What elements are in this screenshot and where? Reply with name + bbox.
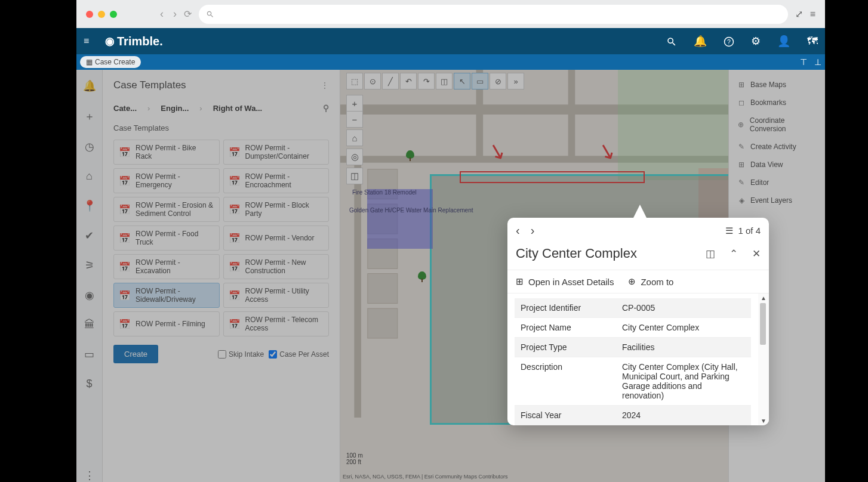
- notifications-icon[interactable]: 🔔: [694, 35, 707, 48]
- hamburger-icon[interactable]: ≡: [810, 9, 815, 20]
- right-panel-item[interactable]: ✎Create Activity: [735, 138, 819, 156]
- case-per-asset-label[interactable]: Case Per Asset: [269, 350, 329, 359]
- rail-home-icon[interactable]: ⌂: [86, 170, 93, 183]
- panel-more-icon[interactable]: ⋮: [321, 81, 329, 90]
- filter-icon[interactable]: ⚲: [323, 103, 329, 113]
- template-item[interactable]: 📅ROW Permit - Bike Rack: [113, 140, 220, 165]
- template-item[interactable]: 📅ROW Permit - Erosion & Sediment Control: [113, 197, 220, 222]
- rail-card-icon[interactable]: ▭: [84, 348, 94, 361]
- home-extent-button[interactable]: ⌂: [346, 129, 363, 146]
- right-panel-item[interactable]: ✎Editor: [735, 174, 819, 191]
- breadcrumb-right-of-way[interactable]: Right of Wa...: [213, 104, 263, 113]
- template-label: ROW Permit - Vendor: [245, 234, 315, 242]
- breadcrumb-categories[interactable]: Cate...: [113, 104, 137, 113]
- maximize-window-icon[interactable]: [110, 11, 117, 18]
- back-icon[interactable]: ‹: [160, 8, 164, 20]
- header-search-icon[interactable]: [666, 35, 677, 48]
- zoom-in-button[interactable]: +: [346, 95, 363, 112]
- rail-plus-icon[interactable]: ＋: [84, 109, 95, 123]
- template-item[interactable]: 📅ROW Permit - Block Party: [223, 197, 330, 222]
- layout-icon-1[interactable]: ⊤: [800, 57, 807, 67]
- template-item[interactable]: 📅ROW Permit - Utility Access: [223, 283, 330, 308]
- popup-field-value: CP-0005: [616, 298, 751, 317]
- zoom-out-button[interactable]: −: [346, 111, 363, 128]
- scroll-up-icon[interactable]: ▲: [761, 295, 767, 301]
- tool-rectangle-icon[interactable]: ▭: [472, 73, 488, 89]
- refresh-icon[interactable]: ⟳: [184, 8, 192, 20]
- rail-bell-icon[interactable]: 🔔: [83, 79, 96, 92]
- open-asset-details-button[interactable]: ⊞ Open in Asset Details: [516, 276, 614, 287]
- right-panel-item[interactable]: ⊕Coordinate Conversion: [735, 112, 819, 138]
- popup-scrollbar[interactable]: ▲ ▼: [758, 293, 769, 425]
- rail-globe-icon[interactable]: ◉: [85, 289, 94, 302]
- collapse-icon[interactable]: ⌃: [730, 248, 738, 260]
- tool-point-icon[interactable]: ⊙: [364, 73, 381, 89]
- skip-intake-checkbox[interactable]: [218, 350, 226, 359]
- tool-line-icon[interactable]: ╱: [382, 73, 399, 89]
- template-item[interactable]: 📅ROW Permit - Vendor: [223, 225, 330, 251]
- locate-button[interactable]: ◎: [346, 149, 363, 165]
- right-panel-item[interactable]: ⊞Data View: [735, 156, 819, 174]
- template-label: ROW Permit - Encroachment: [245, 172, 324, 189]
- layout-icon-2[interactable]: ⊥: [814, 57, 821, 67]
- minimize-window-icon[interactable]: [98, 11, 105, 18]
- template-item[interactable]: 📅ROW Permit - Emergency: [113, 168, 220, 193]
- tree-icon: [406, 150, 414, 159]
- tool-undo-icon[interactable]: ↶: [400, 73, 417, 89]
- template-item[interactable]: 📅ROW Permit - Dumpster/Container: [223, 140, 330, 165]
- template-item[interactable]: 📅ROW Permit - Sidewalk/Driveway: [113, 283, 220, 308]
- rail-tree-icon[interactable]: ⚞: [85, 259, 94, 272]
- rail-pin-icon[interactable]: 📍: [83, 199, 96, 212]
- rail-check-icon[interactable]: ✔: [85, 229, 94, 242]
- template-item[interactable]: 📅ROW Permit - New Construction: [223, 254, 330, 279]
- tool-cursor-icon[interactable]: ↖: [454, 73, 470, 89]
- panel-item-icon: ✎: [737, 178, 746, 187]
- close-window-icon[interactable]: [86, 11, 93, 18]
- help-icon[interactable]: ?: [724, 35, 734, 48]
- scroll-thumb[interactable]: [760, 303, 766, 345]
- user-icon[interactable]: 👤: [777, 35, 790, 48]
- skip-intake-label[interactable]: Skip Intake: [218, 350, 264, 359]
- popup-next-icon[interactable]: ›: [531, 224, 535, 237]
- map-icon[interactable]: 🗺: [807, 35, 818, 48]
- template-label: ROW Permit - Sidewalk/Driveway: [136, 287, 214, 304]
- right-panel-item[interactable]: ⊞Base Maps: [735, 76, 819, 94]
- scroll-down-icon[interactable]: ▼: [761, 418, 767, 424]
- app-menu-icon[interactable]: ≡: [84, 36, 98, 47]
- case-per-asset-checkbox[interactable]: [269, 350, 277, 359]
- template-item[interactable]: 📅ROW Permit - Food Truck: [113, 225, 220, 251]
- rail-building-icon[interactable]: 🏛: [84, 319, 95, 331]
- popup-header: City Center Complex ◫ ⌃ ✕: [507, 241, 769, 270]
- template-item[interactable]: 📅ROW Permit - Filming: [113, 311, 220, 336]
- measure-button[interactable]: ◫: [346, 168, 363, 184]
- create-button[interactable]: Create: [113, 345, 158, 363]
- rail-dollar-icon[interactable]: $: [86, 378, 92, 390]
- right-panel-item[interactable]: ◈Event Layers: [735, 191, 819, 209]
- list-icon[interactable]: ☰: [725, 225, 733, 236]
- rail-more-icon[interactable]: ⋮: [84, 469, 95, 482]
- close-icon[interactable]: ✕: [752, 248, 761, 260]
- forward-icon[interactable]: ›: [173, 8, 177, 20]
- feature-popup: ‹ › ☰ 1 of 4 City Center Complex ◫ ⌃ ✕ ⊞…: [507, 218, 769, 425]
- panel-item-label: Base Maps: [750, 81, 786, 89]
- case-create-pill[interactable]: ▦ Case Create: [80, 56, 141, 68]
- tool-select-icon[interactable]: ⬚: [346, 73, 363, 89]
- settings-icon[interactable]: ⚙: [751, 35, 761, 48]
- template-label: ROW Permit - Bike Rack: [136, 144, 214, 160]
- tool-redo-icon[interactable]: ↷: [418, 73, 435, 89]
- rail-clock-icon[interactable]: ◷: [85, 140, 94, 153]
- tool-more-icon[interactable]: »: [507, 73, 524, 89]
- right-panel-item[interactable]: ◻Bookmarks: [735, 94, 819, 112]
- zoom-to-button[interactable]: ⊕ Zoom to: [628, 276, 673, 287]
- template-item[interactable]: 📅ROW Permit - Encroachment: [223, 168, 330, 193]
- breadcrumb-engineering[interactable]: Engin...: [161, 104, 189, 113]
- popup-body: Project IdentifierCP-0005Project NameCit…: [507, 293, 769, 425]
- popup-prev-icon[interactable]: ‹: [516, 224, 520, 237]
- template-item[interactable]: 📅ROW Permit - Telecom Access: [223, 311, 330, 336]
- dock-icon[interactable]: ◫: [706, 248, 715, 260]
- url-bar[interactable]: [199, 5, 788, 24]
- expand-icon[interactable]: ⤢: [795, 8, 803, 20]
- tool-clear-icon[interactable]: ⊘: [490, 73, 506, 89]
- template-item[interactable]: 📅ROW Permit - Excavation: [113, 254, 220, 279]
- tool-lasso-icon[interactable]: ◫: [436, 73, 453, 89]
